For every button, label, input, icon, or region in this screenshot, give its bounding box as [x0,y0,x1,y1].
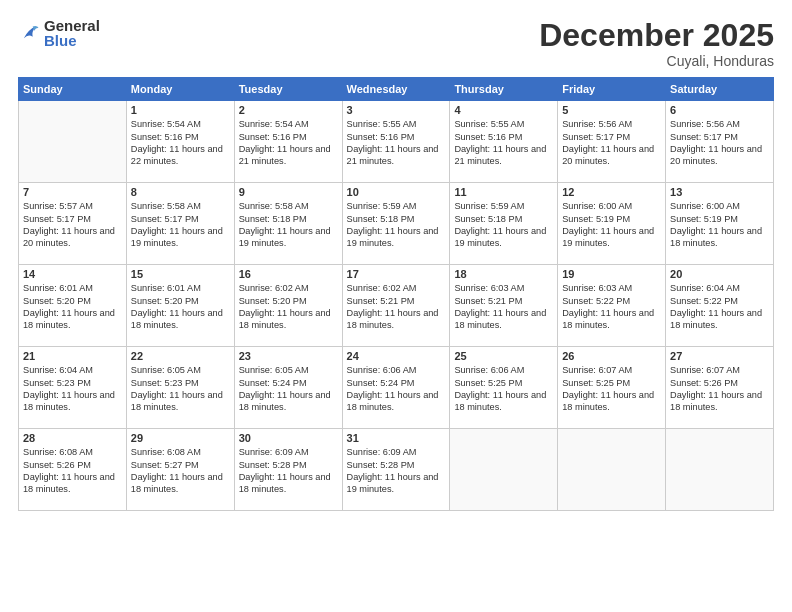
cell-info-line: Sunrise: 6:05 AM [131,364,230,376]
cell-info-line: Sunrise: 6:04 AM [23,364,122,376]
calendar-cell: 20Sunrise: 6:04 AMSunset: 5:22 PMDayligh… [666,265,774,347]
cell-info-line: Daylight: 11 hours and 18 minutes. [562,389,661,414]
date-number: 13 [670,186,769,198]
cell-info-line: Sunset: 5:17 PM [131,213,230,225]
cell-info-line: Sunrise: 6:06 AM [454,364,553,376]
cell-info-line: Sunset: 5:16 PM [347,131,446,143]
date-number: 11 [454,186,553,198]
day-header-saturday: Saturday [666,78,774,101]
cell-info-line: Sunset: 5:22 PM [670,295,769,307]
cell-info-line: Sunset: 5:26 PM [670,377,769,389]
cell-info-line: Daylight: 11 hours and 21 minutes. [454,143,553,168]
date-number: 2 [239,104,338,116]
date-number: 27 [670,350,769,362]
cell-info-line: Sunset: 5:18 PM [347,213,446,225]
cell-info-line: Sunrise: 5:55 AM [347,118,446,130]
date-number: 1 [131,104,230,116]
cell-info-line: Sunrise: 6:01 AM [131,282,230,294]
cell-info-line: Sunrise: 5:58 AM [239,200,338,212]
cell-info-line: Daylight: 11 hours and 20 minutes. [670,143,769,168]
cell-info-line: Sunrise: 5:54 AM [131,118,230,130]
cell-info-line: Daylight: 11 hours and 21 minutes. [239,143,338,168]
cell-info-line: Daylight: 11 hours and 18 minutes. [23,307,122,332]
cell-info-line: Daylight: 11 hours and 18 minutes. [670,307,769,332]
cell-info-line: Sunrise: 6:05 AM [239,364,338,376]
logo-general: General [44,18,100,33]
cell-info-line: Daylight: 11 hours and 20 minutes. [562,143,661,168]
cell-info-line: Daylight: 11 hours and 18 minutes. [562,307,661,332]
date-number: 8 [131,186,230,198]
cell-info-line: Daylight: 11 hours and 18 minutes. [347,307,446,332]
cell-info-line: Sunset: 5:19 PM [670,213,769,225]
calendar-cell: 29Sunrise: 6:08 AMSunset: 5:27 PMDayligh… [126,429,234,511]
week-row-5: 28Sunrise: 6:08 AMSunset: 5:26 PMDayligh… [19,429,774,511]
calendar-table: SundayMondayTuesdayWednesdayThursdayFrid… [18,77,774,511]
cell-info-line: Sunrise: 5:58 AM [131,200,230,212]
week-row-1: 1Sunrise: 5:54 AMSunset: 5:16 PMDaylight… [19,101,774,183]
date-number: 6 [670,104,769,116]
date-number: 25 [454,350,553,362]
cell-info-line: Sunrise: 5:59 AM [454,200,553,212]
date-number: 7 [23,186,122,198]
cell-info-line: Sunset: 5:25 PM [562,377,661,389]
calendar-cell: 31Sunrise: 6:09 AMSunset: 5:28 PMDayligh… [342,429,450,511]
cell-info-line: Sunrise: 6:01 AM [23,282,122,294]
calendar-cell: 16Sunrise: 6:02 AMSunset: 5:20 PMDayligh… [234,265,342,347]
cell-info-line: Sunset: 5:23 PM [131,377,230,389]
calendar-cell [450,429,558,511]
cell-info-line: Sunset: 5:20 PM [131,295,230,307]
cell-info-line: Sunset: 5:17 PM [670,131,769,143]
cell-info-line: Sunset: 5:17 PM [562,131,661,143]
cell-info-line: Daylight: 11 hours and 18 minutes. [131,307,230,332]
cell-info-line: Sunrise: 6:07 AM [562,364,661,376]
cell-info-line: Daylight: 11 hours and 18 minutes. [454,389,553,414]
header-row: SundayMondayTuesdayWednesdayThursdayFrid… [19,78,774,101]
subtitle: Cuyali, Honduras [539,53,774,69]
date-number: 30 [239,432,338,444]
cell-info-line: Sunrise: 5:56 AM [562,118,661,130]
calendar-cell: 21Sunrise: 6:04 AMSunset: 5:23 PMDayligh… [19,347,127,429]
cell-info-line: Sunset: 5:16 PM [131,131,230,143]
page: General Blue December 2025 Cuyali, Hondu… [0,0,792,612]
cell-info-line: Sunrise: 6:06 AM [347,364,446,376]
cell-info-line: Sunrise: 6:08 AM [23,446,122,458]
cell-info-line: Sunrise: 6:03 AM [562,282,661,294]
logo-bird-icon [18,22,40,44]
calendar-cell: 2Sunrise: 5:54 AMSunset: 5:16 PMDaylight… [234,101,342,183]
calendar-cell: 25Sunrise: 6:06 AMSunset: 5:25 PMDayligh… [450,347,558,429]
calendar-cell: 4Sunrise: 5:55 AMSunset: 5:16 PMDaylight… [450,101,558,183]
calendar-cell [558,429,666,511]
cell-info-line: Sunset: 5:21 PM [454,295,553,307]
date-number: 15 [131,268,230,280]
cell-info-line: Daylight: 11 hours and 18 minutes. [23,471,122,496]
date-number: 5 [562,104,661,116]
calendar-cell: 22Sunrise: 6:05 AMSunset: 5:23 PMDayligh… [126,347,234,429]
cell-info-line: Sunset: 5:21 PM [347,295,446,307]
cell-info-line: Sunrise: 6:02 AM [239,282,338,294]
cell-info-line: Daylight: 11 hours and 19 minutes. [562,225,661,250]
cell-info-line: Sunset: 5:27 PM [131,459,230,471]
day-header-friday: Friday [558,78,666,101]
calendar-cell: 28Sunrise: 6:08 AMSunset: 5:26 PMDayligh… [19,429,127,511]
date-number: 29 [131,432,230,444]
calendar-cell: 10Sunrise: 5:59 AMSunset: 5:18 PMDayligh… [342,183,450,265]
calendar-cell: 15Sunrise: 6:01 AMSunset: 5:20 PMDayligh… [126,265,234,347]
cell-info-line: Daylight: 11 hours and 18 minutes. [23,389,122,414]
cell-info-line: Sunset: 5:22 PM [562,295,661,307]
week-row-2: 7Sunrise: 5:57 AMSunset: 5:17 PMDaylight… [19,183,774,265]
cell-info-line: Daylight: 11 hours and 18 minutes. [347,389,446,414]
logo: General Blue [18,18,100,48]
cell-info-line: Sunrise: 6:00 AM [670,200,769,212]
date-number: 19 [562,268,661,280]
calendar-cell: 8Sunrise: 5:58 AMSunset: 5:17 PMDaylight… [126,183,234,265]
cell-info-line: Sunset: 5:25 PM [454,377,553,389]
date-number: 28 [23,432,122,444]
calendar-cell: 18Sunrise: 6:03 AMSunset: 5:21 PMDayligh… [450,265,558,347]
cell-info-line: Daylight: 11 hours and 19 minutes. [347,225,446,250]
cell-info-line: Sunrise: 6:02 AM [347,282,446,294]
calendar-cell: 7Sunrise: 5:57 AMSunset: 5:17 PMDaylight… [19,183,127,265]
cell-info-line: Sunset: 5:24 PM [347,377,446,389]
cell-info-line: Daylight: 11 hours and 18 minutes. [131,471,230,496]
calendar-cell: 24Sunrise: 6:06 AMSunset: 5:24 PMDayligh… [342,347,450,429]
day-header-wednesday: Wednesday [342,78,450,101]
